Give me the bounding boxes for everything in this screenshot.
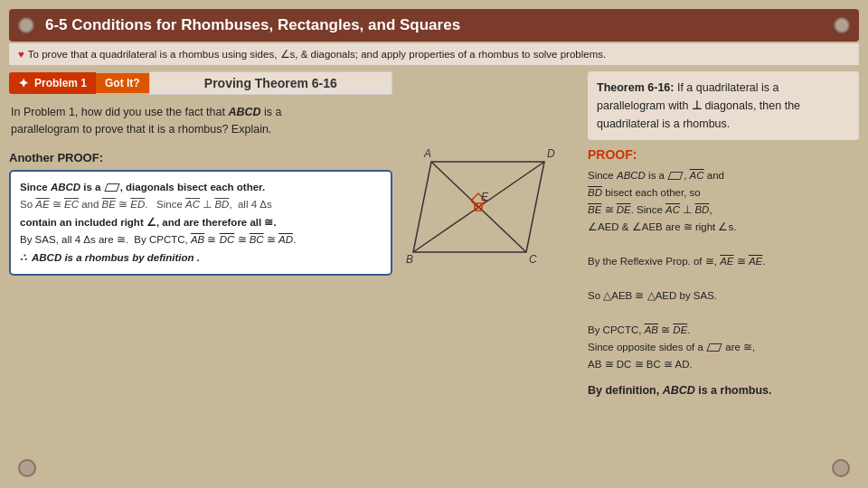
rp-line10: By CPCTC, AB ≅ DE.	[588, 322, 859, 339]
svg-text:D: D	[547, 147, 555, 160]
svg-text:E: E	[481, 191, 489, 203]
problem-line2: parallelogram to prove that it is a rhom…	[11, 123, 271, 136]
got-it-label: Got It?	[105, 77, 140, 89]
svg-text:A: A	[423, 147, 431, 160]
proving-title: Proving Theorem 6-16	[149, 71, 392, 95]
main-container: 6-5 Conditions for Rhombuses, Rectangles…	[9, 9, 859, 397]
by-definition-text: By definition, ABCD is a rhombus.	[588, 384, 859, 397]
proof-line5: ∴ ABCD is a rhombus by definition .	[20, 249, 382, 267]
got-it-badge[interactable]: Got It?	[96, 73, 149, 93]
proof-line1: Since ABCD is a , diagonals bisect each …	[20, 179, 382, 197]
problem-text: In Problem 1, how did you use the fact t…	[9, 100, 392, 142]
page-title: 6-5 Conditions for Rhombuses, Rectangles…	[45, 16, 460, 34]
screw-left-icon	[18, 17, 34, 33]
right-panel: Theorem 6-16: If a quadrilateral is a pa…	[588, 71, 859, 397]
parallelogram-icon-3	[706, 343, 722, 352]
problem-line1: In Problem 1, how did you use the fact t…	[11, 106, 281, 118]
screw-right-icon	[834, 17, 850, 33]
problem-header-row: ✦ Problem 1 Got It? Proving Theorem 6-16	[9, 71, 392, 95]
objective-text: To prove that a quadrilateral is a rhomb…	[28, 49, 606, 60]
svg-text:C: C	[529, 253, 537, 266]
rp-line6: By the Reflexive Prop. of ≅, AE ≅ AE.	[588, 253, 859, 270]
screw-bottom-left	[18, 459, 36, 477]
proof-line4: By SAS, all 4 Δs are ≅. By CPCTC, AB ≅ D…	[20, 231, 382, 249]
theorem-title: Theorem 6-16:	[597, 81, 677, 94]
svg-text:B: B	[406, 253, 413, 266]
heart-icon: ♥	[18, 49, 24, 60]
parallelogram-icon-1	[104, 183, 119, 192]
proof-section-label: PROOF:	[588, 147, 859, 162]
right-proof-text: Since ABCD is a , AC and BD bisect each …	[588, 167, 859, 373]
problem-badge: ✦ Problem 1	[9, 72, 96, 94]
left-panel: ✦ Problem 1 Got It? Proving Theorem 6-16…	[9, 71, 392, 397]
screw-bottom-right	[832, 459, 850, 477]
title-bar: 6-5 Conditions for Rhombuses, Rectangles…	[9, 9, 859, 42]
diagram-area: A D B C E	[400, 71, 580, 397]
proof-line2: So AE ≅ EC and BE ≅ ED. Since AC ⊥ BD, a…	[20, 196, 382, 214]
problem-label: Problem 1	[34, 77, 87, 89]
rp-line4: ∠AED & ∠AEB are ≅ right ∠s.	[588, 219, 859, 236]
rp-line2: BD bisect each other, so	[588, 184, 859, 202]
rp-line1: Since ABCD is a , AC and	[588, 167, 859, 184]
geometry-diagram: A D B C E	[404, 126, 576, 297]
proof-line3: contain an included right ∠, and are the…	[20, 214, 382, 232]
content-area: ✦ Problem 1 Got It? Proving Theorem 6-16…	[9, 71, 859, 397]
parallelogram-icon-2	[668, 172, 684, 180]
theorem-box: Theorem 6-16: If a quadrilateral is a pa…	[588, 71, 859, 140]
rp-line11: Since opposite sides of a are ≅,	[588, 339, 859, 356]
proving-title-text: Proving Theorem 6-16	[204, 76, 337, 90]
texas-star-icon: ✦	[18, 76, 29, 90]
rp-line8: So △AEB ≅ △AED by SAS.	[588, 287, 859, 305]
rp-line12: AB ≅ DC ≅ BC ≅ AD.	[588, 356, 859, 373]
another-proof-label: Another PROOF:	[9, 151, 392, 164]
proof-box: Since ABCD is a , diagonals bisect each …	[9, 170, 392, 277]
rp-line3: BE ≅ DE. Since AC ⊥ BD,	[588, 202, 859, 219]
objective-bar: ♥To prove that a quadrilateral is a rhom…	[9, 43, 859, 66]
